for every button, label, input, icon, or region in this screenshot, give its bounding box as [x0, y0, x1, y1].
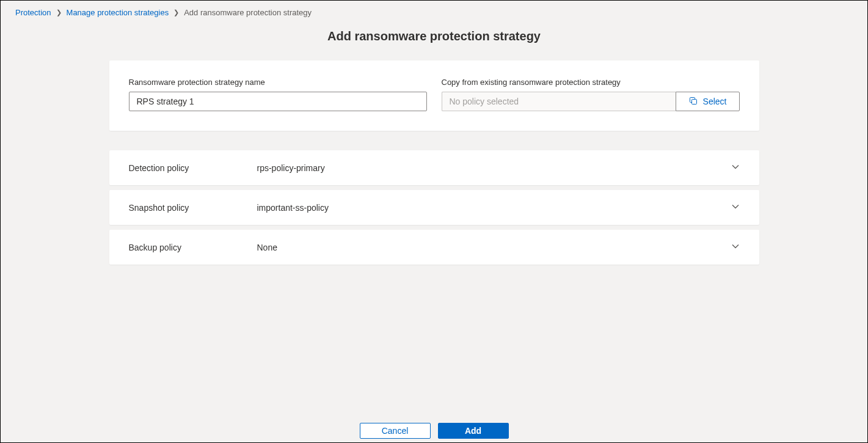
backup-policy-row[interactable]: Backup policy None: [109, 230, 759, 265]
breadcrumb-link-manage[interactable]: Manage protection strategies: [67, 8, 169, 17]
chevron-down-icon: [731, 163, 740, 173]
chevron-down-icon: [731, 242, 740, 252]
policy-label: Detection policy: [129, 163, 257, 173]
breadcrumb: Protection ❯ Manage protection strategie…: [1, 1, 867, 24]
strategy-name-input[interactable]: [129, 92, 427, 111]
copy-from-display: No policy selected: [442, 92, 676, 111]
policy-value: rps-policy-primary: [257, 163, 731, 173]
strategy-name-label: Ransomware protection strategy name: [129, 78, 427, 87]
cancel-button[interactable]: Cancel: [360, 423, 431, 439]
chevron-down-icon: [731, 202, 740, 213]
svg-rect-0: [691, 99, 696, 104]
policy-value: important-ss-policy: [257, 203, 731, 213]
add-button[interactable]: Add: [438, 423, 509, 439]
snapshot-policy-row[interactable]: Snapshot policy important-ss-policy: [109, 190, 759, 225]
policy-label: Snapshot policy: [129, 203, 257, 213]
policy-label: Backup policy: [129, 243, 257, 252]
policy-value: None: [257, 243, 731, 252]
basic-info-card: Ransomware protection strategy name Copy…: [109, 60, 759, 131]
strategy-name-group: Ransomware protection strategy name: [129, 78, 427, 111]
select-policy-button[interactable]: Select: [676, 92, 740, 111]
breadcrumb-current: Add ransomware protection strategy: [184, 8, 312, 17]
chevron-right-icon: ❯: [56, 9, 62, 16]
select-button-label: Select: [703, 97, 727, 106]
chevron-right-icon: ❯: [173, 9, 179, 16]
breadcrumb-link-protection[interactable]: Protection: [15, 8, 51, 17]
footer-actions: Cancel Add: [1, 420, 867, 442]
detection-policy-row[interactable]: Detection policy rps-policy-primary: [109, 150, 759, 185]
page-title: Add ransomware protection strategy: [1, 29, 867, 43]
copy-icon: [688, 96, 698, 108]
copy-from-label: Copy from existing ransomware protection…: [442, 78, 740, 87]
copy-from-group: Copy from existing ransomware protection…: [442, 78, 740, 111]
main-content: Ransomware protection strategy name Copy…: [109, 60, 759, 265]
